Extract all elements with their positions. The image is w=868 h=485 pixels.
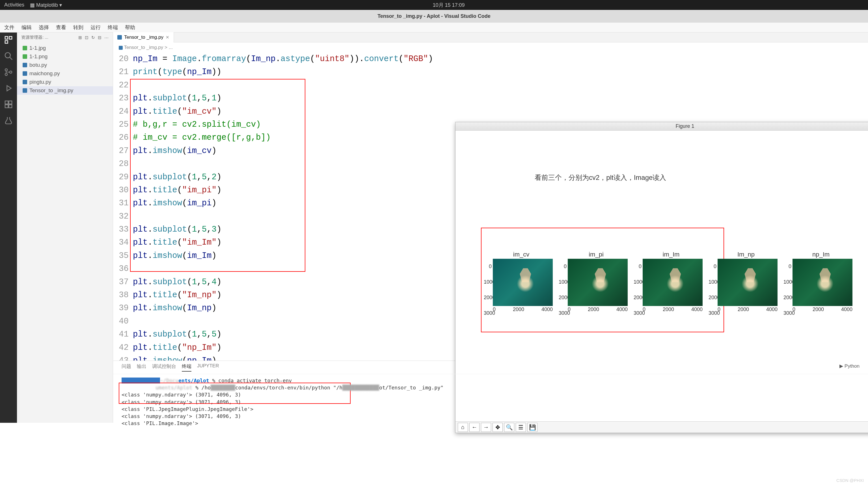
editor-tab[interactable]: Tensor_to _img.py ✕	[113, 32, 174, 42]
svg-rect-0	[5, 36, 8, 39]
line-number: 23	[113, 92, 129, 105]
menu-item[interactable]: 转到	[72, 24, 85, 31]
close-tab-icon[interactable]: ✕	[166, 35, 169, 40]
x-axis-ticks: 020004000	[718, 307, 777, 312]
panel-tab[interactable]: 终端	[182, 363, 191, 372]
panel-tab[interactable]: JUPYTER	[197, 363, 219, 372]
tab-label: Tensor_to _img.py	[124, 34, 163, 40]
app-indicator-label: Matplotlib	[36, 2, 58, 8]
search-icon[interactable]	[4, 52, 13, 61]
svg-point-7	[10, 71, 12, 73]
breadcrumb[interactable]: Tensor_to _img.py > ...	[113, 42, 868, 53]
line-number: 24	[113, 105, 129, 118]
code-line[interactable]: print(type(np_Im))	[133, 66, 868, 79]
python-file-icon	[23, 63, 27, 67]
subplot-title: np_Im	[783, 251, 858, 258]
subplot-image	[718, 259, 777, 306]
y-axis-ticks: 0100020003000	[633, 259, 642, 321]
gnome-top-bar: Activities ▦ Matplotlib ▾ 10月 15 17:09	[0, 0, 868, 10]
svg-marker-8	[7, 86, 11, 91]
line-number: 32	[113, 210, 129, 223]
code-line[interactable]: plt.title("im_cv")	[133, 105, 868, 118]
subplot-title: im_cv	[484, 251, 559, 258]
subplot: im_Im0100020003000020004000	[633, 251, 709, 312]
python-file-icon	[23, 88, 27, 93]
menu-item[interactable]: 终端	[106, 24, 119, 31]
line-number: 28	[113, 157, 129, 171]
line-number: 34	[113, 236, 129, 249]
explorer-icon[interactable]	[4, 35, 13, 44]
subplot-image	[793, 259, 852, 306]
svg-point-3	[5, 53, 10, 58]
menu-item[interactable]: 文件	[3, 24, 16, 31]
file-item[interactable]: 1-1.png	[17, 52, 113, 61]
svg-rect-12	[9, 104, 12, 108]
tab-bar: Tensor_to _img.py ✕	[113, 32, 868, 42]
menu-item[interactable]: 查看	[55, 24, 68, 31]
file-name-label: Tensor_to _img.py	[29, 87, 73, 94]
code-line[interactable]	[133, 79, 868, 92]
code-line[interactable]: np_Im = Image.fromarray(Im_np.astype("ui…	[133, 53, 868, 66]
menu-item[interactable]: 帮助	[124, 24, 136, 31]
menu-item[interactable]: 选择	[37, 24, 50, 31]
line-number: 27	[113, 145, 129, 157]
window-title: Tensor_to _img.py - Aplot - Visual Studi…	[377, 13, 491, 19]
y-axis-ticks: 0100020003000	[709, 259, 716, 321]
more-icon[interactable]: ⋯	[104, 35, 108, 40]
figure-title: Figure 1	[676, 123, 694, 129]
subplot: im_pi0100020003000020004000	[559, 251, 633, 312]
subplot: im_cv0100020003000020004000	[484, 251, 559, 312]
file-item[interactable]: botu.py	[17, 61, 113, 69]
menu-item[interactable]: 编辑	[20, 24, 33, 31]
code-line[interactable]: plt.subplot(1,5,1)	[133, 92, 868, 105]
line-number: 20	[113, 53, 129, 66]
activities-button[interactable]: Activities	[4, 2, 24, 8]
subplot-image	[643, 259, 703, 306]
explorer-sidebar: 资源管理器: ... ⊞ ⊡ ↻ ⊟ ⋯ 1-1.jpg1-1.pngbotu.…	[17, 32, 113, 423]
python-file-icon	[117, 35, 122, 39]
terminal-output[interactable]: ~/Docuents/Aplot % conda activate torch-…	[113, 374, 868, 430]
terminal-language-indicator[interactable]: ▶ Python	[839, 363, 860, 369]
terminal-output-line: <class 'PIL.Image.Image'>	[122, 420, 860, 427]
subplot-row: im_cv0100020003000020004000im_pi01000200…	[484, 251, 858, 312]
file-item[interactable]: maichong.py	[17, 69, 113, 78]
image-file-icon	[23, 54, 27, 59]
file-item[interactable]: Tensor_to _img.py	[17, 86, 113, 95]
debug-icon[interactable]	[4, 84, 13, 93]
subplot-image	[568, 259, 628, 306]
datetime: 10月 15 17:09	[433, 2, 465, 8]
line-number: 25	[113, 118, 129, 131]
refresh-icon[interactable]: ↻	[91, 35, 95, 40]
extensions-icon[interactable]	[4, 100, 13, 109]
menu-item[interactable]: 运行	[89, 24, 102, 31]
panel-tab[interactable]: 问题	[122, 363, 131, 372]
file-item[interactable]: pingtu.py	[17, 78, 113, 86]
line-number: 26	[113, 131, 129, 144]
figure-titlebar[interactable]: Figure 1 — ▢ ✕	[456, 122, 868, 131]
figure-annotation-text: 看前三个，分别为cv2，plt读入，Image读入	[535, 173, 666, 182]
testing-icon[interactable]	[4, 116, 13, 125]
file-name-label: 1-1.png	[29, 54, 48, 60]
python-file-icon	[23, 71, 27, 76]
panel-tab[interactable]: 输出	[137, 363, 147, 372]
app-indicator[interactable]: ▦ Matplotlib ▾	[30, 2, 62, 8]
line-number: 30	[113, 184, 129, 197]
subplot-title: Im_np	[709, 251, 783, 258]
line-number: 36	[113, 263, 129, 275]
panel-tab[interactable]: 调试控制台	[152, 363, 176, 372]
subplot-image	[493, 259, 553, 306]
python-file-icon	[119, 46, 123, 50]
python-file-icon	[23, 80, 27, 84]
editor-area: Tensor_to _img.py ✕ Tensor_to _img.py > …	[113, 32, 868, 423]
subplot-title: im_Im	[633, 251, 709, 258]
source-control-icon[interactable]	[4, 68, 13, 77]
x-axis-ticks: 020004000	[793, 307, 852, 312]
svg-rect-1	[9, 36, 12, 39]
collapse-icon[interactable]: ⊟	[98, 35, 101, 40]
new-file-icon[interactable]: ⊞	[78, 35, 82, 40]
file-item[interactable]: 1-1.jpg	[17, 44, 113, 52]
file-name-label: 1-1.jpg	[29, 45, 46, 51]
new-folder-icon[interactable]: ⊡	[85, 35, 89, 40]
line-number: 43	[113, 354, 129, 361]
line-number: 39	[113, 302, 129, 315]
